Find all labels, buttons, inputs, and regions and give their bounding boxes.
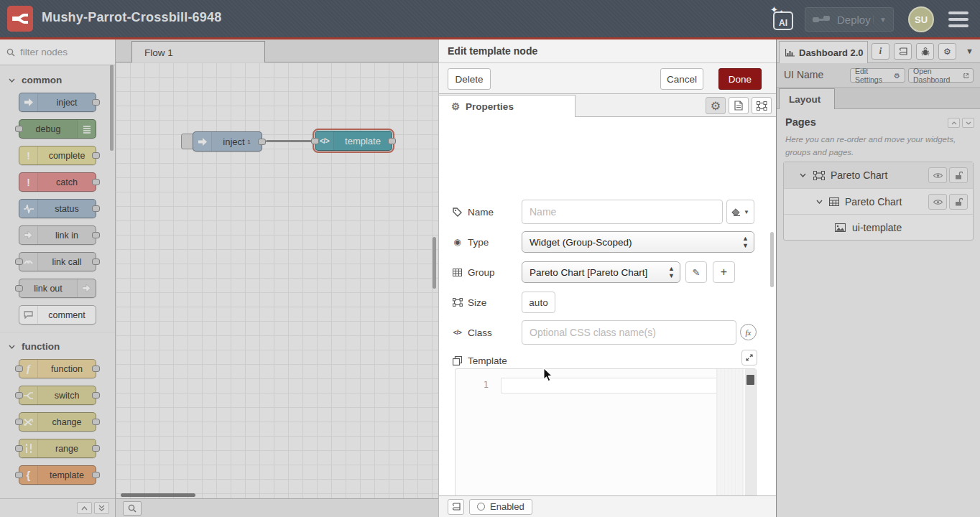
palette-node-template[interactable]: { template [19,465,96,485]
output-port [92,152,100,159]
unlock-icon [955,197,963,206]
editor-active-line [501,378,717,393]
output-port[interactable] [388,138,396,144]
cancel-button[interactable]: Cancel [660,68,703,90]
canvas-horizontal-scrollbar[interactable] [121,493,195,497]
palette-node-link-out[interactable]: link out [19,279,96,298]
size-button[interactable]: auto [522,292,555,313]
name-input[interactable] [522,200,723,224]
collapse-all-button[interactable] [948,118,960,128]
chevron-down-icon [966,121,971,125]
canvas-search-button[interactable] [123,501,142,516]
palette-search[interactable]: filter nodes [0,39,115,65]
exclamation-icon: ! [19,146,38,164]
label-options-button[interactable]: ▼ [726,200,754,224]
edit-settings-button[interactable]: Edit Settings ⚙ [850,68,905,83]
palette-node-comment[interactable]: comment [19,305,96,325]
canvas-vertical-scrollbar[interactable] [433,237,436,289]
group-select[interactable]: Pareto Chart [Pareto Chart] ▲▼ [522,261,680,283]
open-dashboard-button[interactable]: Open Dashboard [908,68,974,83]
delete-button[interactable]: Delete [448,68,491,90]
caret-down-icon: ▼ [744,209,749,215]
palette-node-debug[interactable]: debug [19,119,96,139]
appearance-view-button[interactable] [752,97,772,114]
tray-scrollbar[interactable] [770,232,774,287]
expand-categories-button[interactable] [94,502,109,514]
select-arrows-icon: ▲▼ [742,235,749,249]
tab-dashboard[interactable]: Dashboard 2.0 [779,41,868,63]
palette-node-inject[interactable]: inject [19,93,96,112]
group-field-label: Group [452,261,495,283]
editor-scrollbar-thumb[interactable] [746,375,754,385]
help-sidebar-button[interactable] [894,43,912,60]
debug-grip-icon [77,120,96,138]
palette-node-status[interactable]: status [19,199,96,218]
description-view-button[interactable] [729,97,749,114]
link-icon [19,226,38,244]
palette-node-function[interactable]: f function [19,359,96,378]
done-button[interactable]: Done [718,68,762,90]
gear-icon: ⚙ [943,47,951,57]
workspace: Flow 1 inject 1 </> template [116,39,438,517]
properties-view-button[interactable]: ⚙ [706,97,726,114]
palette-category-common[interactable]: common [0,66,115,93]
visibility-button[interactable] [928,194,947,210]
image-icon [835,223,846,232]
flow-canvas[interactable]: inject 1 </> template [116,62,438,498]
info-sidebar-button[interactable]: i [872,43,889,60]
mouse-cursor [543,368,553,383]
add-group-button[interactable]: + [713,261,735,283]
deploy-caret-icon[interactable]: ▼ [873,16,887,24]
palette-node-change[interactable]: change [19,412,96,432]
palette-node-catch[interactable]: ! catch [19,172,96,192]
tab-properties[interactable]: ⚙ Properties [439,95,575,117]
type-select[interactable]: Widget (Group-Scoped) ▲▼ [522,231,754,253]
palette-node-complete[interactable]: ! complete [19,146,96,165]
wire[interactable] [266,140,312,142]
debug-sidebar-button[interactable] [916,43,934,60]
user-avatar[interactable]: SU [908,6,934,32]
expand-all-button[interactable] [962,118,974,128]
deploy-button[interactable]: Deploy ▼ [805,7,894,32]
book-icon [899,47,907,56]
lock-button[interactable] [949,167,968,183]
palette-scrollbar[interactable] [110,65,114,151]
palette-node-link-in[interactable]: link in [19,225,96,245]
pages-help-text: Here you can re-order and move your widg… [785,134,966,159]
collapse-categories-button[interactable] [77,502,92,514]
input-port [15,472,23,478]
expand-editor-button[interactable] [741,350,757,365]
node-info-button[interactable] [448,499,464,515]
expand-icon [746,354,753,361]
tab-layout[interactable]: Layout [779,88,835,109]
chevron-down-icon[interactable] [816,200,823,204]
node-red-logo-icon[interactable] [7,6,33,32]
enabled-toggle-button[interactable]: Enabled [469,499,532,515]
ai-assistant-button[interactable]: AI ✦ ✦ [770,6,796,32]
visibility-button[interactable] [928,167,947,183]
class-input[interactable] [522,320,736,345]
fx-dynamic-button[interactable]: fx [740,324,757,340]
chevron-down-icon[interactable] [800,173,806,177]
chevron-up-icon [81,506,88,511]
palette-category-function[interactable]: function [0,332,115,359]
palette-node-switch[interactable]: switch [19,386,96,405]
output-port[interactable] [258,139,266,145]
flow-tab[interactable]: Flow 1 [131,41,265,63]
sidebar-options-caret[interactable]: ▼ [966,47,974,55]
node-red-app: Mushy-Parrot-Crossbill-6948 AI ✦ ✦ Deplo… [0,0,980,517]
palette-node-link-call[interactable]: link call [19,252,96,271]
tree-row-page[interactable]: Pareto Chart [784,162,973,188]
input-port[interactable] [311,138,319,144]
lock-button[interactable] [949,194,968,210]
config-sidebar-button[interactable]: ⚙ [938,43,956,60]
canvas-node-template-selected[interactable]: </> template [315,131,392,151]
template-code-editor[interactable]: 1 [455,368,757,517]
palette-node-range[interactable]: range [19,439,96,458]
edit-group-button[interactable]: ✎ [685,261,707,283]
tree-row-group[interactable]: Pareto Chart [784,188,973,214]
main-menu-button[interactable] [948,11,969,27]
canvas-node-inject[interactable]: inject 1 [193,131,262,152]
tree-row-widget[interactable]: ui-template [784,214,973,240]
input-port [15,126,23,132]
